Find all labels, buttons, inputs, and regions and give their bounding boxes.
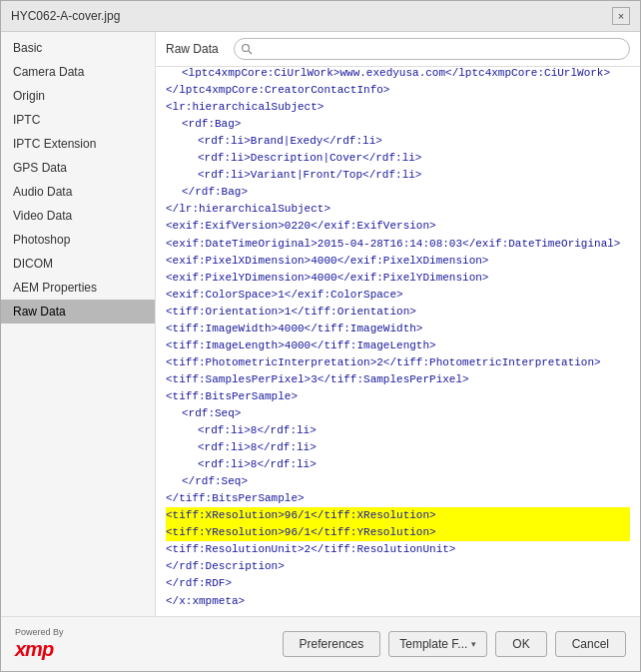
xml-line: <tiff:Orientation>1</tiff:Orientation> — [166, 304, 630, 321]
title-bar: HYC062-A-cover.jpg × — [1, 1, 640, 32]
xml-line: </x:xmpmeta> — [166, 593, 630, 610]
xml-scroll-container: <lptc4xmpCore:CiAdrCtry>USA</lptc4xmpCor… — [156, 67, 640, 616]
cancel-button[interactable]: Cancel — [555, 631, 626, 657]
xml-content[interactable]: <lptc4xmpCore:CiAdrCtry>USA</lptc4xmpCor… — [156, 67, 640, 616]
xml-line: <tiff:BitsPerSample> — [166, 388, 630, 405]
sidebar-item-audio-data[interactable]: Audio Data — [1, 180, 155, 204]
xmp-branding: Powered By xmp — [15, 627, 64, 661]
footer: Powered By xmp Preferences Template F...… — [1, 616, 640, 671]
sidebar: BasicCamera DataOriginIPTCIPTC Extension… — [1, 32, 156, 616]
search-input[interactable] — [234, 38, 630, 60]
xml-line: </rdf:Seq> — [166, 473, 630, 490]
sidebar-item-camera-data[interactable]: Camera Data — [1, 60, 155, 84]
sidebar-item-origin[interactable]: Origin — [1, 84, 155, 108]
xml-line: <rdf:li>Brand|Exedy</rdf:li> — [166, 133, 630, 150]
panel-title: Raw Data — [166, 42, 226, 56]
xml-line: <tiff:ResolutionUnit>2</tiff:ResolutionU… — [166, 541, 630, 558]
xml-line: </rdf:Description> — [166, 558, 630, 575]
powered-by-text: Powered By — [15, 627, 64, 638]
xml-line: </tiff:BitsPerSample> — [166, 490, 630, 507]
xml-line: <tiff:YResolution>96/1</tiff:YResolution… — [166, 524, 630, 541]
sidebar-item-dicom[interactable]: DICOM — [1, 252, 155, 276]
xml-line: <rdf:li>8</rdf:li> — [166, 456, 630, 473]
xml-line: </rdf:RDF> — [166, 575, 630, 592]
xml-line: <exif:ColorSpace>1</exif:ColorSpace> — [166, 287, 630, 304]
xml-line: <lr:hierarchicalSubject> — [166, 99, 630, 116]
xml-line: <rdf:li>8</rdf:li> — [166, 439, 630, 456]
xml-line: </lptc4xmpCore:CreatorContactInfo> — [166, 82, 630, 99]
xml-line: <tiff:XResolution>96/1</tiff:XResolution… — [166, 507, 630, 524]
dropdown-arrow-icon: ▾ — [471, 639, 476, 649]
ok-button[interactable]: OK — [495, 631, 546, 657]
template-button[interactable]: Template F... ▾ — [388, 631, 487, 657]
sidebar-item-raw-data[interactable]: Raw Data — [1, 300, 155, 324]
preferences-button[interactable]: Preferences — [283, 631, 381, 657]
xml-line: <exif:ExifVersion>0220</exif:ExifVersion… — [166, 218, 630, 235]
xml-line: <rdf:Bag> — [166, 116, 630, 133]
xml-line: <exif:DateTimeOriginal>2015-04-28T16:14:… — [166, 236, 630, 253]
sidebar-item-iptc-extension[interactable]: IPTC Extension — [1, 132, 155, 156]
close-button[interactable]: × — [612, 7, 630, 25]
right-panel: Raw Data <lptc4xmpCore:CiAdrCtry>USA</lp… — [156, 32, 640, 616]
window-title: HYC062-A-cover.jpg — [11, 9, 120, 23]
xml-line: <rdf:Seq> — [166, 405, 630, 422]
sidebar-item-video-data[interactable]: Video Data — [1, 204, 155, 228]
xml-line: </lr:hierarchicalSubject> — [166, 201, 630, 218]
xml-line: <lptc4xmpCore:CiUrlWork>www.exedyusa.com… — [166, 67, 630, 82]
xml-line: <tiff:PhotometricInterpretation>2</tiff:… — [166, 354, 630, 371]
sidebar-item-iptc[interactable]: IPTC — [1, 108, 155, 132]
xml-line: <rdf:li>Description|Cover</rdf:li> — [166, 150, 630, 167]
panel-header: Raw Data — [156, 32, 640, 67]
xml-line: </rdf:Bag> — [166, 184, 630, 201]
main-dialog: HYC062-A-cover.jpg × BasicCamera DataOri… — [0, 0, 641, 672]
xml-line: <tiff:ImageWidth>4000</tiff:ImageWidth> — [166, 321, 630, 337]
xml-line: <tiff:ImageLength>4000</tiff:ImageLength… — [166, 337, 630, 354]
sidebar-item-gps-data[interactable]: GPS Data — [1, 156, 155, 180]
sidebar-item-photoshop[interactable]: Photoshop — [1, 228, 155, 252]
xml-line: <exif:PixelYDimension>4000</exif:PixelYD… — [166, 270, 630, 287]
main-content: BasicCamera DataOriginIPTCIPTC Extension… — [1, 32, 640, 616]
xml-line: <rdf:li>8</rdf:li> — [166, 422, 630, 439]
xmp-logo: xmp — [15, 638, 64, 661]
footer-left: Powered By xmp — [15, 627, 64, 661]
xml-line: <tiff:SamplesPerPixel>3</tiff:SamplesPer… — [166, 371, 630, 388]
xml-line: <exif:PixelXDimension>4000</exif:PixelXD… — [166, 253, 630, 270]
template-label: Template F... — [399, 637, 467, 651]
sidebar-item-aem-properties[interactable]: AEM Properties — [1, 276, 155, 300]
footer-buttons: Preferences Template F... ▾ OK Cancel — [283, 631, 626, 657]
xml-line: <rdf:li>Variant|Front/Top</rdf:li> — [166, 167, 630, 184]
sidebar-item-basic[interactable]: Basic — [1, 36, 155, 60]
